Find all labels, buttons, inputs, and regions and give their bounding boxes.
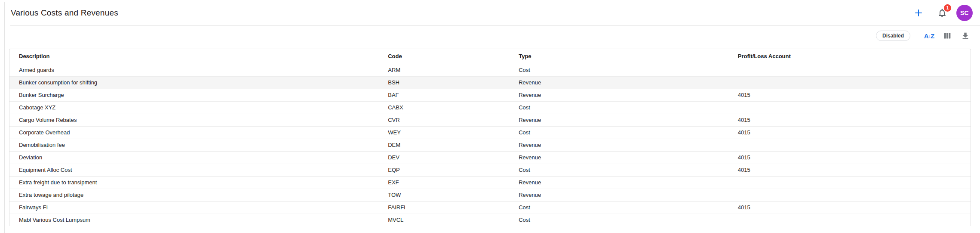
cell-type: Cost <box>509 214 728 226</box>
columns-button[interactable] <box>941 30 953 42</box>
cell-account: 4015 <box>728 126 971 139</box>
content-left-border <box>4 2 5 233</box>
column-header-code[interactable]: Code <box>378 49 509 64</box>
table-row[interactable]: DeviationDEVRevenue4015 <box>9 151 971 164</box>
cell-account: 4015 <box>728 114 971 126</box>
cell-type: Revenue <box>509 176 728 189</box>
cell-description: Bunker Surcharge <box>9 89 378 101</box>
cell-code: DEM <box>378 139 509 151</box>
notifications-button[interactable]: 1 <box>937 7 948 19</box>
cell-type: Revenue <box>509 89 728 101</box>
cell-description: Fairways FI <box>9 201 378 214</box>
add-button[interactable] <box>913 8 924 18</box>
cell-account: 4015 <box>728 89 971 101</box>
page-title: Various Costs and Revenues <box>11 8 118 18</box>
cell-description: Mabl Various Cost Lumpsum <box>9 214 378 226</box>
table-row[interactable]: Extra towage and pilotageTOWRevenue <box>9 189 971 201</box>
cell-type: Revenue <box>509 189 728 201</box>
cell-account <box>728 139 971 151</box>
cell-code: FAIRFI <box>378 201 509 214</box>
cell-code: EXF <box>378 176 509 189</box>
cell-code: BAF <box>378 89 509 101</box>
cell-description: Cargo Volume Rebates <box>9 114 378 126</box>
topbar-actions: 1 SC <box>913 5 973 21</box>
cell-type: Revenue <box>509 76 728 89</box>
cell-code: WEY <box>378 126 509 139</box>
cell-description: Armed guards <box>9 64 378 76</box>
cell-code: CABX <box>378 101 509 114</box>
cell-type: Cost <box>509 101 728 114</box>
column-header-profit-loss-account[interactable]: Profit/Loss Account <box>728 49 971 64</box>
table-row[interactable]: Extra freight due to transipmentEXFReven… <box>9 176 971 189</box>
cell-code: BSH <box>378 76 509 89</box>
download-icon <box>961 31 970 40</box>
cell-account <box>728 214 971 226</box>
disabled-filter-button[interactable]: Disabled <box>876 31 910 41</box>
cell-account <box>728 76 971 89</box>
cell-type: Revenue <box>509 139 728 151</box>
table-row[interactable]: Mabl Various Cost LumpsumMVCLCost <box>9 214 971 226</box>
table-row[interactable]: Cabotage XYZCABXCost <box>9 101 971 114</box>
table-row[interactable]: Armed guardsARMCost <box>9 64 971 76</box>
plus-icon <box>913 8 924 18</box>
cell-description: Cabotage XYZ <box>9 101 378 114</box>
column-header-type[interactable]: Type <box>509 49 728 64</box>
columns-icon <box>943 31 952 40</box>
cell-account: 4015 <box>728 201 971 214</box>
sort-alpha-button[interactable]: A↓Z <box>923 30 935 42</box>
table-row[interactable]: Bunker consumption for shiftingBSHRevenu… <box>9 76 971 89</box>
cell-account <box>728 189 971 201</box>
cell-description: Demobilisation fee <box>9 139 378 151</box>
cell-account: 4015 <box>728 164 971 176</box>
cell-type: Revenue <box>509 114 728 126</box>
costs-revenues-table: Description Code Type Profit/Loss Accoun… <box>9 49 971 226</box>
cell-account: 4015 <box>728 151 971 164</box>
cell-type: Cost <box>509 64 728 76</box>
cell-description: Deviation <box>9 151 378 164</box>
table-row[interactable]: Equipment Alloc CostEQPCost4015 <box>9 164 971 176</box>
sort-alpha-icon: A↓Z <box>924 33 935 39</box>
cell-type: Cost <box>509 164 728 176</box>
cell-account <box>728 176 971 189</box>
cell-description: Corporate Overhead <box>9 126 378 139</box>
cell-type: Cost <box>509 201 728 214</box>
cell-code: TOW <box>378 189 509 201</box>
cell-description: Bunker consumption for shifting <box>9 76 378 89</box>
topbar: Various Costs and Revenues 1 SC <box>0 0 980 25</box>
table-row[interactable]: Demobilisation feeDEMRevenue <box>9 139 971 151</box>
table-row[interactable]: Bunker SurchargeBAFRevenue4015 <box>9 89 971 101</box>
table-toolbar: Disabled A↓Z <box>0 26 980 46</box>
table-header-row: Description Code Type Profit/Loss Accoun… <box>9 49 971 64</box>
cell-account <box>728 101 971 114</box>
cell-type: Revenue <box>509 151 728 164</box>
avatar[interactable]: SC <box>956 5 973 21</box>
cell-code: ARM <box>378 64 509 76</box>
download-button[interactable] <box>959 30 971 42</box>
cell-code: MVCL <box>378 214 509 226</box>
cell-description: Extra freight due to transipment <box>9 176 378 189</box>
table-row[interactable]: Fairways FIFAIRFICost4015 <box>9 201 971 214</box>
cell-code: EQP <box>378 164 509 176</box>
cell-description: Equipment Alloc Cost <box>9 164 378 176</box>
cell-type: Cost <box>509 126 728 139</box>
table-row[interactable]: Cargo Volume RebatesCVRRevenue4015 <box>9 114 971 126</box>
cell-code: DEV <box>378 151 509 164</box>
cell-description: Extra towage and pilotage <box>9 189 378 201</box>
column-header-description[interactable]: Description <box>9 49 378 64</box>
cell-account <box>728 64 971 76</box>
notification-badge: 1 <box>944 4 951 12</box>
cell-code: CVR <box>378 114 509 126</box>
table-row[interactable]: Corporate OverheadWEYCost4015 <box>9 126 971 139</box>
